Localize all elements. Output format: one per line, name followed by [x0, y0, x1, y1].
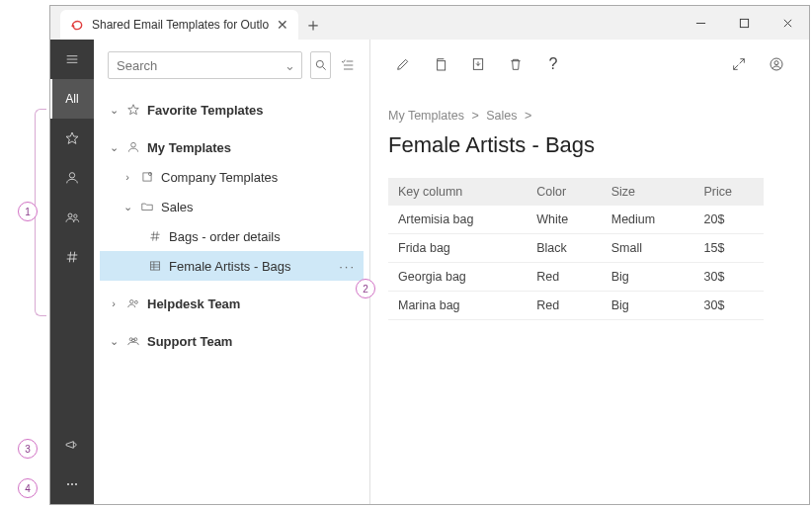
rail-more[interactable]	[50, 465, 94, 504]
browser-window: Shared Email Templates for Outlo ✕ ＋ All	[49, 5, 810, 505]
svg-line-43	[740, 59, 745, 64]
table-row[interactable]: Frida bagBlackSmall15$	[388, 234, 764, 263]
window-close-button[interactable]	[766, 6, 809, 40]
people-icon	[125, 333, 141, 349]
tree-label: Bags - order details	[169, 229, 281, 244]
rail-all[interactable]: All	[50, 79, 94, 119]
dataset-icon	[147, 258, 163, 274]
menu-button[interactable]	[50, 40, 94, 79]
svg-point-11	[74, 214, 77, 217]
tree-my-templates[interactable]: ⌄ My Templates	[100, 132, 364, 162]
help-button[interactable]: ?	[538, 49, 568, 79]
svg-line-15	[73, 252, 74, 263]
svg-point-18	[75, 483, 76, 484]
content-panel: ? My Templates > Sales > Female Artists …	[370, 40, 809, 504]
chevron-down-icon: ⌄	[108, 141, 120, 154]
hash-icon	[147, 228, 163, 244]
data-table: Key column Color Size Price Artemisia ba…	[388, 178, 764, 320]
expand-button[interactable]	[724, 49, 754, 79]
tree-company-templates[interactable]: › Company Templates	[100, 162, 364, 192]
breadcrumb-item[interactable]: My Templates	[388, 109, 464, 123]
rail-announce[interactable]	[50, 425, 94, 465]
tab-close-icon[interactable]: ✕	[277, 17, 288, 33]
trash-icon	[508, 56, 524, 72]
person-icon	[64, 170, 80, 186]
table-row[interactable]: Artemisia bagWhiteMedium20$	[388, 206, 764, 234]
pencil-icon	[395, 56, 411, 72]
search-input[interactable]	[115, 57, 284, 74]
rail-favorites[interactable]	[50, 119, 94, 158]
svg-line-14	[69, 252, 70, 263]
breadcrumb: My Templates > Sales >	[388, 109, 791, 123]
account-button[interactable]	[762, 49, 791, 79]
tree-sales[interactable]: ⌄ Sales	[100, 192, 364, 221]
rail-teams[interactable]	[50, 198, 94, 237]
chevron-down-icon: ⌄	[108, 104, 120, 117]
import-button[interactable]	[463, 49, 493, 79]
megaphone-icon	[64, 437, 80, 453]
window-maximize-button[interactable]	[722, 6, 766, 40]
svg-marker-24	[128, 105, 139, 115]
titlebar: Shared Email Templates for Outlo ✕ ＋	[50, 6, 809, 40]
tree-bags-order-details[interactable]: Bags - order details	[100, 221, 364, 251]
chevron-down-icon: ⌄	[122, 201, 133, 213]
rail-hashtag[interactable]	[50, 237, 94, 277]
folder-icon	[139, 199, 155, 214]
search-button[interactable]	[310, 51, 331, 79]
tree-support-team[interactable]: ⌄ Support Team	[100, 326, 364, 356]
people-icon	[125, 296, 141, 311]
more-horizontal-icon	[64, 476, 80, 492]
chevron-down-icon: ⌄	[108, 335, 120, 348]
filter-button[interactable]	[339, 51, 356, 79]
page-title: Female Artists - Bags	[388, 132, 791, 158]
tree-label: Company Templates	[161, 170, 278, 185]
chevron-down-icon[interactable]: ⌄	[284, 58, 295, 73]
col-size: Size	[602, 178, 694, 206]
account-icon	[769, 56, 784, 72]
svg-rect-26	[143, 173, 151, 181]
person-icon	[125, 139, 141, 155]
table-row[interactable]: Georgia bagRedBig30$	[388, 263, 764, 292]
rail-my[interactable]	[50, 158, 94, 198]
tree-helpdesk-team[interactable]: › Helpdesk Team	[100, 289, 364, 318]
template-tree: ⌄ Favorite Templates ⌄ My Templates › Co…	[100, 95, 364, 356]
chevron-right-icon: ›	[108, 297, 120, 309]
copy-button[interactable]	[426, 49, 455, 79]
breadcrumb-sep: >	[471, 109, 478, 123]
svg-line-31	[156, 231, 157, 240]
tree-label: My Templates	[147, 140, 231, 155]
tree-female-artists-bags[interactable]: Female Artists - Bags ···	[100, 251, 364, 281]
svg-point-19	[316, 60, 323, 67]
chevron-right-icon: ›	[122, 171, 133, 183]
browser-tab[interactable]: Shared Email Templates for Outlo ✕	[60, 10, 298, 40]
table-row[interactable]: Marina bagRedBig30$	[388, 292, 764, 320]
tree-label: Support Team	[147, 334, 232, 349]
people-icon	[64, 210, 80, 225]
svg-marker-8	[66, 132, 78, 143]
col-price: Price	[693, 178, 764, 206]
tree-favorite-templates[interactable]: ⌄ Favorite Templates	[100, 95, 364, 125]
search-box[interactable]: ⌄	[108, 51, 302, 79]
expand-icon	[731, 56, 747, 72]
callout-2: 2	[356, 279, 375, 298]
svg-point-0	[72, 25, 75, 28]
new-tab-button[interactable]: ＋	[298, 10, 328, 40]
col-key: Key column	[388, 178, 527, 206]
callout-4: 4	[18, 478, 38, 498]
star-icon	[64, 130, 80, 146]
svg-point-17	[71, 483, 72, 484]
delete-button[interactable]	[501, 49, 530, 79]
tab-title: Shared Email Templates for Outlo	[92, 18, 269, 32]
breadcrumb-item[interactable]: Sales	[486, 109, 517, 123]
nav-rail: All	[50, 40, 94, 504]
svg-point-36	[130, 300, 134, 304]
window-minimize-button[interactable]	[679, 6, 722, 40]
import-icon	[470, 56, 486, 72]
svg-line-30	[153, 231, 154, 240]
svg-point-9	[69, 173, 74, 178]
checklist-icon	[340, 57, 356, 73]
tree-label: Female Artists - Bags	[169, 259, 291, 274]
edit-button[interactable]	[388, 49, 418, 79]
item-more-button[interactable]: ···	[339, 259, 356, 274]
content-toolbar: ?	[388, 47, 791, 81]
